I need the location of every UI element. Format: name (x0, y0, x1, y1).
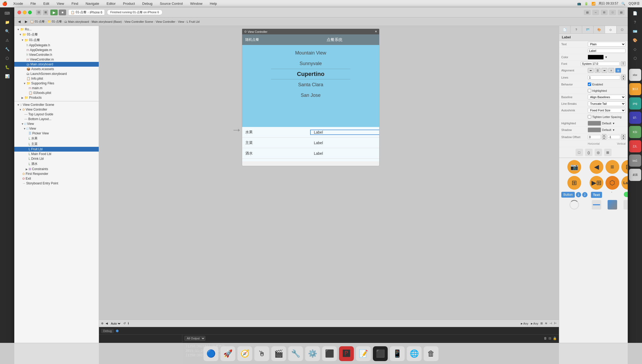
scene-tree-item-first-responder[interactable]: ⊙ First Responder (14, 171, 99, 176)
breadcrumb-item-1[interactable]: 📋 01-点餐 (30, 20, 45, 24)
menu-view[interactable]: View (55, 1, 66, 6)
font-input[interactable] (581, 62, 620, 66)
add-constraint-icon[interactable]: ⊕ (101, 322, 103, 325)
picker-view[interactable]: Mountain View Sunnyvale Cupertino Santa … (242, 45, 379, 103)
font-edit-icon[interactable]: T (621, 61, 626, 66)
table-cell-col2-0[interactable]: Label (311, 130, 379, 134)
split-icon[interactable]: ⊟ (549, 336, 551, 340)
fit-icon[interactable]: ⊣ (549, 322, 552, 325)
component-camera[interactable]: 📷 (561, 160, 587, 174)
desktop-icon-zjl[interactable]: ZJL (629, 140, 641, 152)
stepper-h[interactable]: ▲ ▼ (602, 134, 606, 140)
size-inspector-tab[interactable]: ◇ (605, 26, 616, 33)
scene-tree-item-jiushui[interactable]: L 酒水 (14, 161, 99, 167)
stepper-h-down[interactable]: ▼ (602, 137, 606, 140)
align-natural-btn[interactable]: ⊞ (615, 68, 621, 73)
stepper-v[interactable]: ▲ ▼ (621, 134, 626, 140)
forward-icon[interactable]: ▶ (23, 19, 29, 25)
scene-tree-item-vcs[interactable]: ▼ □ View Controller Scene (14, 102, 99, 107)
breadcrumb-item-5[interactable]: View Controller Scene (124, 20, 153, 23)
dock-systemprefs[interactable]: ⚙️ (305, 346, 320, 361)
stepper[interactable]: ▲ ▼ (621, 75, 626, 80)
menu-xcode[interactable]: Xcode (12, 1, 25, 6)
stepper-h-up[interactable]: ▲ (602, 134, 606, 137)
component-layout[interactable]: ⊞ (621, 160, 628, 174)
stepper-v-down[interactable]: ▼ (621, 137, 626, 140)
scheme-selector[interactable]: 📋 01-点餐 › iPhone 6 (68, 9, 105, 15)
scene-tree-item-vc[interactable]: ▼ ⊙ View Controller (14, 107, 99, 112)
picker-item-3[interactable]: Santa Clara (271, 79, 350, 90)
dock-launchpad[interactable]: 🚀 (220, 346, 235, 361)
panel-icon-3[interactable]: ◎ (595, 149, 602, 156)
text-type-select[interactable]: Plain (588, 42, 626, 47)
lines-input[interactable] (588, 75, 620, 80)
input-method[interactable]: QQ拼音 (629, 1, 640, 6)
right-panel-btn[interactable]: ▤ (618, 10, 625, 15)
component-list[interactable]: ≡ (605, 160, 619, 174)
scene-tree-item-bottomlayout[interactable]: — Bottom Layout... (14, 117, 99, 121)
storyboard-canvas[interactable]: → ⊙ View Controller ✕ 随机点餐 (99, 26, 559, 320)
right-edge-icon-3[interactable]: 🪪 (631, 28, 639, 35)
right-edge-icon-1[interactable]: 📄 (631, 10, 639, 17)
component-button[interactable]: Button 1 2 (561, 192, 587, 198)
breadcrumb-item-7[interactable]: View (178, 20, 184, 23)
component-progress[interactable] (590, 200, 603, 210)
dock-tools[interactable]: 🔧 (288, 346, 303, 361)
tree-item-01dian[interactable]: ▼ 📁 01-点餐 (14, 32, 99, 37)
tree-item-launchscreen[interactable]: 🗂 LaunchScreen.storyboard (14, 71, 99, 76)
scene-tree-item-view[interactable]: ▼ □ View (14, 121, 99, 126)
tree-item-appdelegate-m[interactable]: m AppDelegate.m (14, 48, 99, 52)
breadcrumb-item-6[interactable]: View Controller (156, 20, 175, 23)
component-spinner[interactable] (561, 200, 587, 210)
scene-tree-item-toplayout[interactable]: — Top Layout Guide (14, 112, 99, 117)
table-row-1[interactable]: 主菜 Label (242, 138, 379, 148)
breadcrumb-item-8[interactable]: L Fruit Lbl (187, 20, 200, 23)
tighten-checkbox[interactable] (588, 115, 591, 119)
dock-notes[interactable]: 📝 (356, 346, 371, 361)
keyline-icon-4[interactable]: ⚠ (3, 37, 11, 44)
align-right-btn[interactable]: ➡ (602, 68, 607, 73)
right-edge-icon-2[interactable]: ? (631, 19, 639, 26)
right-edge-icon-4[interactable]: 🎨 (631, 37, 639, 44)
dock-browser[interactable]: 🌐 (407, 346, 422, 361)
dock-trash[interactable]: 🗑 (424, 346, 438, 361)
menu-file[interactable]: File (29, 1, 38, 6)
table-view[interactable]: 水果 Label 主菜 Label 酒水 Label (242, 127, 379, 161)
identity-inspector-tab[interactable]: 🪪 (582, 26, 594, 33)
menu-debug[interactable]: Debug (141, 1, 154, 6)
viewcontroller-box[interactable]: ⊙ View Controller ✕ 随机点餐 点餐系统 (242, 29, 379, 166)
nav-back-icon[interactable]: ◀ (106, 322, 108, 325)
align-left-btn[interactable]: ⬅ (588, 68, 594, 73)
scene-tree-item-drink-lbl[interactable]: L Drink Lbl (14, 156, 99, 161)
right-edge-icon-5[interactable]: ◇ (631, 46, 639, 53)
navigator-toggle[interactable]: ⊟ (36, 10, 41, 15)
shadow-color-swatch[interactable] (588, 128, 601, 132)
enabled-checkbox[interactable] (588, 83, 591, 86)
scene-tree-item-constraints[interactable]: ▶ ⊞ Constraints (14, 167, 99, 171)
right-edge-icon-6[interactable]: ⬡ (631, 54, 639, 62)
panel-icon-1[interactable]: □ (576, 149, 583, 156)
tree-item-root[interactable]: ▼ 📁 Ro... (14, 27, 99, 32)
grid-icon[interactable]: ⊞ (540, 322, 543, 325)
picker-item-1[interactable]: Sunnyvale (271, 58, 350, 69)
linebreaks-select[interactable]: Truncate Tail (588, 101, 626, 106)
scene-tree-item-fruit-lbl[interactable]: L Fruit Lbl (14, 147, 99, 152)
highlighted-checkbox[interactable] (588, 89, 591, 92)
shadow-h-input[interactable] (588, 135, 601, 139)
tree-item-products[interactable]: ▶ 📁 Products (14, 95, 99, 100)
component-table[interactable] (621, 200, 628, 210)
scene-tree-item-entry[interactable]: → Storyboard Entry Point (14, 181, 99, 186)
table-cell-col2-1[interactable]: Label (311, 141, 379, 145)
tree-item-01foods-plist[interactable]: 📋 01foods.plist (14, 90, 99, 95)
dock-terminal[interactable]: ⬛ (322, 346, 337, 361)
output-select[interactable]: All Output (184, 336, 205, 341)
menu-navigate[interactable]: Navigate (84, 1, 101, 6)
auto-layout-select[interactable]: Auto (110, 322, 121, 325)
dock-phone[interactable]: 📱 (390, 346, 405, 361)
dock-finder[interactable]: 🔵 (204, 346, 218, 361)
close-button[interactable] (17, 11, 21, 14)
menu-help[interactable]: Help (208, 1, 219, 6)
autoshrink-select[interactable]: Fixed Font Size (588, 108, 626, 113)
desktop-icon-ios1[interactable]: ios1 (629, 154, 641, 167)
tree-item-info-plist[interactable]: 📋 Info.plist (14, 76, 99, 81)
